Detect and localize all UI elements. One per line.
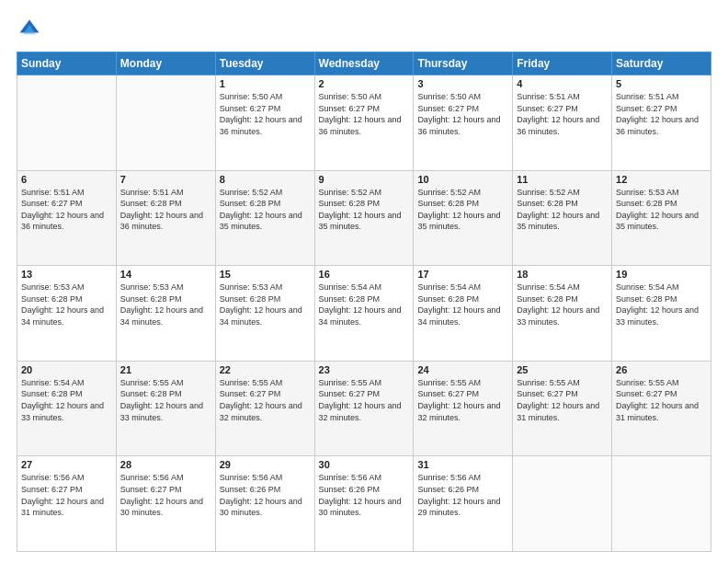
day-info: Sunrise: 5:54 AM Sunset: 6:28 PM Dayligh… [517, 282, 608, 327]
day-number: 3 [417, 78, 508, 89]
day-cell: 31Sunrise: 5:56 AM Sunset: 6:26 PM Dayli… [414, 456, 513, 552]
day-info: Sunrise: 5:50 AM Sunset: 6:27 PM Dayligh… [319, 91, 410, 137]
day-cell [612, 456, 711, 552]
day-info: Sunrise: 5:55 AM Sunset: 6:28 PM Dayligh… [120, 377, 211, 423]
day-cell: 27Sunrise: 5:56 AM Sunset: 6:27 PM Dayli… [17, 456, 117, 552]
day-cell: 3Sunrise: 5:50 AM Sunset: 6:27 PM Daylig… [414, 75, 513, 171]
day-cell: 1Sunrise: 5:50 AM Sunset: 6:27 PM Daylig… [215, 75, 314, 171]
day-number: 7 [120, 174, 211, 185]
day-number: 29 [220, 459, 311, 470]
day-cell: 11Sunrise: 5:52 AM Sunset: 6:28 PM Dayli… [513, 170, 612, 266]
day-number: 31 [417, 459, 508, 470]
weekday-header-row: SundayMondayTuesdayWednesdayThursdayFrid… [17, 52, 711, 75]
day-number: 27 [21, 459, 112, 470]
day-info: Sunrise: 5:53 AM Sunset: 6:28 PM Dayligh… [21, 282, 112, 327]
day-info: Sunrise: 5:56 AM Sunset: 6:26 PM Dayligh… [220, 472, 311, 518]
day-info: Sunrise: 5:56 AM Sunset: 6:26 PM Dayligh… [417, 472, 508, 518]
week-row-2: 6Sunrise: 5:51 AM Sunset: 6:27 PM Daylig… [17, 170, 711, 266]
day-cell: 10Sunrise: 5:52 AM Sunset: 6:28 PM Dayli… [414, 170, 513, 266]
day-info: Sunrise: 5:55 AM Sunset: 6:27 PM Dayligh… [220, 377, 311, 423]
week-row-1: 1Sunrise: 5:50 AM Sunset: 6:27 PM Daylig… [17, 75, 711, 171]
day-cell: 4Sunrise: 5:51 AM Sunset: 6:27 PM Daylig… [513, 75, 612, 171]
logo [17, 17, 46, 42]
day-number: 14 [120, 269, 211, 280]
day-cell: 9Sunrise: 5:52 AM Sunset: 6:28 PM Daylig… [314, 170, 414, 266]
day-info: Sunrise: 5:52 AM Sunset: 6:28 PM Dayligh… [319, 187, 410, 233]
day-number: 21 [120, 364, 211, 375]
day-number: 8 [220, 174, 311, 185]
day-cell: 15Sunrise: 5:53 AM Sunset: 6:28 PM Dayli… [215, 266, 314, 362]
day-cell: 21Sunrise: 5:55 AM Sunset: 6:28 PM Dayli… [116, 361, 215, 456]
day-number: 1 [220, 78, 311, 89]
day-number: 11 [517, 174, 608, 185]
day-number: 24 [417, 364, 508, 375]
day-info: Sunrise: 5:50 AM Sunset: 6:27 PM Dayligh… [417, 91, 508, 137]
day-info: Sunrise: 5:52 AM Sunset: 6:28 PM Dayligh… [417, 187, 508, 233]
day-cell: 28Sunrise: 5:56 AM Sunset: 6:27 PM Dayli… [116, 456, 215, 552]
day-info: Sunrise: 5:51 AM Sunset: 6:28 PM Dayligh… [120, 187, 211, 233]
day-cell [17, 75, 117, 171]
weekday-wednesday: Wednesday [314, 52, 414, 75]
day-info: Sunrise: 5:55 AM Sunset: 6:27 PM Dayligh… [616, 377, 707, 423]
day-number: 6 [21, 174, 112, 185]
day-info: Sunrise: 5:56 AM Sunset: 6:26 PM Dayligh… [319, 472, 410, 518]
day-cell: 7Sunrise: 5:51 AM Sunset: 6:28 PM Daylig… [116, 170, 215, 266]
day-number: 28 [120, 459, 211, 470]
weekday-sunday: Sunday [17, 52, 117, 75]
day-number: 18 [517, 269, 608, 280]
day-cell: 22Sunrise: 5:55 AM Sunset: 6:27 PM Dayli… [215, 361, 314, 456]
day-cell: 23Sunrise: 5:55 AM Sunset: 6:27 PM Dayli… [314, 361, 414, 456]
day-cell: 18Sunrise: 5:54 AM Sunset: 6:28 PM Dayli… [513, 266, 612, 362]
day-number: 12 [616, 174, 707, 185]
day-info: Sunrise: 5:54 AM Sunset: 6:28 PM Dayligh… [319, 282, 410, 327]
day-info: Sunrise: 5:53 AM Sunset: 6:28 PM Dayligh… [616, 187, 707, 233]
day-number: 2 [319, 78, 410, 89]
day-cell: 19Sunrise: 5:54 AM Sunset: 6:28 PM Dayli… [612, 266, 711, 362]
day-cell: 16Sunrise: 5:54 AM Sunset: 6:28 PM Dayli… [314, 266, 414, 362]
day-cell: 20Sunrise: 5:54 AM Sunset: 6:28 PM Dayli… [17, 361, 117, 456]
weekday-thursday: Thursday [414, 52, 513, 75]
weekday-friday: Friday [513, 52, 612, 75]
day-cell [513, 456, 612, 552]
day-info: Sunrise: 5:51 AM Sunset: 6:27 PM Dayligh… [616, 91, 707, 137]
week-row-3: 13Sunrise: 5:53 AM Sunset: 6:28 PM Dayli… [17, 266, 711, 362]
logo-icon [17, 17, 42, 42]
day-number: 4 [517, 78, 608, 89]
day-number: 20 [21, 364, 112, 375]
day-cell: 12Sunrise: 5:53 AM Sunset: 6:28 PM Dayli… [612, 170, 711, 266]
day-info: Sunrise: 5:55 AM Sunset: 6:27 PM Dayligh… [517, 377, 608, 423]
day-info: Sunrise: 5:53 AM Sunset: 6:28 PM Dayligh… [220, 282, 311, 327]
day-info: Sunrise: 5:50 AM Sunset: 6:27 PM Dayligh… [220, 91, 311, 137]
week-row-4: 20Sunrise: 5:54 AM Sunset: 6:28 PM Dayli… [17, 361, 711, 456]
day-info: Sunrise: 5:51 AM Sunset: 6:27 PM Dayligh… [21, 187, 112, 233]
day-info: Sunrise: 5:54 AM Sunset: 6:28 PM Dayligh… [417, 282, 508, 327]
day-info: Sunrise: 5:55 AM Sunset: 6:27 PM Dayligh… [417, 377, 508, 423]
day-number: 13 [21, 269, 112, 280]
day-number: 23 [319, 364, 410, 375]
day-cell: 14Sunrise: 5:53 AM Sunset: 6:28 PM Dayli… [116, 266, 215, 362]
day-number: 16 [319, 269, 410, 280]
day-info: Sunrise: 5:54 AM Sunset: 6:28 PM Dayligh… [21, 377, 112, 423]
calendar-table: SundayMondayTuesdayWednesdayThursdayFrid… [17, 52, 711, 552]
day-cell: 26Sunrise: 5:55 AM Sunset: 6:27 PM Dayli… [612, 361, 711, 456]
day-cell: 17Sunrise: 5:54 AM Sunset: 6:28 PM Dayli… [414, 266, 513, 362]
day-info: Sunrise: 5:53 AM Sunset: 6:28 PM Dayligh… [120, 282, 211, 327]
day-cell: 5Sunrise: 5:51 AM Sunset: 6:27 PM Daylig… [612, 75, 711, 171]
day-number: 25 [517, 364, 608, 375]
day-cell: 24Sunrise: 5:55 AM Sunset: 6:27 PM Dayli… [414, 361, 513, 456]
day-cell: 6Sunrise: 5:51 AM Sunset: 6:27 PM Daylig… [17, 170, 117, 266]
week-row-5: 27Sunrise: 5:56 AM Sunset: 6:27 PM Dayli… [17, 456, 711, 552]
day-number: 9 [319, 174, 410, 185]
day-cell: 13Sunrise: 5:53 AM Sunset: 6:28 PM Dayli… [17, 266, 117, 362]
day-cell: 8Sunrise: 5:52 AM Sunset: 6:28 PM Daylig… [215, 170, 314, 266]
day-cell [116, 75, 215, 171]
day-info: Sunrise: 5:54 AM Sunset: 6:28 PM Dayligh… [616, 282, 707, 327]
day-number: 15 [220, 269, 311, 280]
weekday-tuesday: Tuesday [215, 52, 314, 75]
day-number: 30 [319, 459, 410, 470]
weekday-saturday: Saturday [612, 52, 711, 75]
day-info: Sunrise: 5:52 AM Sunset: 6:28 PM Dayligh… [220, 187, 311, 233]
page: SundayMondayTuesdayWednesdayThursdayFrid… [0, 0, 728, 563]
day-number: 10 [417, 174, 508, 185]
day-cell: 30Sunrise: 5:56 AM Sunset: 6:26 PM Dayli… [314, 456, 414, 552]
